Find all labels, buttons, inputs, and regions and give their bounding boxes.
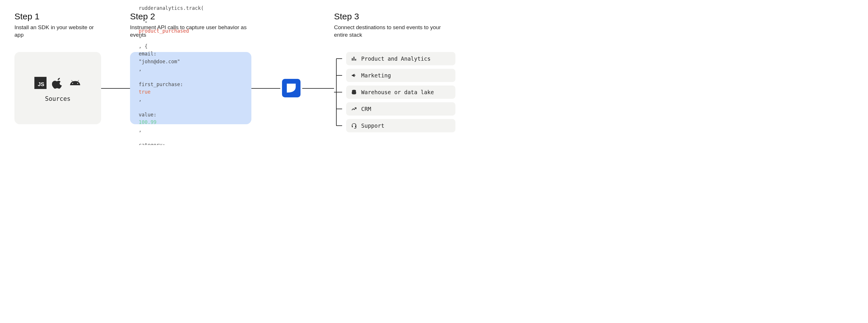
destination-item-support: Support <box>346 119 455 132</box>
step3-desc: Connect destinations to send events to y… <box>334 24 455 38</box>
code-line1: rudderanalytics.track( <box>139 4 243 12</box>
code-string: product_purchased <box>139 27 243 35</box>
code-value-val: 100.99 <box>139 119 243 126</box>
apple-icon <box>52 77 64 89</box>
destination-label: Warehouse or data lake <box>361 89 434 95</box>
destination-label: Support <box>361 123 384 129</box>
connector-1 <box>101 52 130 133</box>
trend-icon <box>351 106 357 112</box>
code-cat-key: category: <box>139 141 243 145</box>
code-first-key: first_purchase: <box>139 80 243 88</box>
sources-label: Sources <box>45 95 71 102</box>
step3-title: Step 3 <box>334 11 455 21</box>
connector-2-right <box>302 52 334 133</box>
destination-label: Product and Analytics <box>361 56 431 62</box>
step2-column: Step 2 Instrument API calls to capture u… <box>130 11 251 133</box>
step1-header: Step 1 Install an SDK in your website or… <box>14 11 101 43</box>
step3-column: Step 3 Connect destinations to send even… <box>334 11 455 133</box>
destinations-wrap: Product and Analytics Marketing Warehous… <box>334 52 455 133</box>
headset-icon <box>351 123 357 129</box>
destination-label: CRM <box>361 106 371 112</box>
destination-tree-lines <box>334 52 342 133</box>
code-email-val: "john@doe.com" <box>139 58 243 65</box>
destination-item-analytics: Product and Analytics <box>346 52 455 65</box>
svg-rect-9 <box>352 58 353 60</box>
javascript-icon: JS <box>34 77 46 89</box>
destination-list: Product and Analytics Marketing Warehous… <box>346 52 455 133</box>
chart-icon <box>351 56 357 62</box>
destination-item-marketing: Marketing <box>346 69 455 82</box>
destination-item-warehouse: Warehouse or data lake <box>346 86 455 99</box>
step1-title: Step 1 <box>14 11 101 21</box>
diagram-row: Step 1 Install an SDK in your website or… <box>14 11 854 133</box>
destination-item-crm: CRM <box>346 102 455 116</box>
rudderstack-icon <box>282 79 301 97</box>
svg-rect-11 <box>355 59 356 61</box>
code-obj-open: , { <box>139 42 243 50</box>
step1-desc: Install an SDK in your website or app <box>14 24 101 38</box>
connector-2-left <box>251 52 280 133</box>
sources-icons: JS <box>34 77 81 89</box>
rudderstack-badge-col <box>280 52 302 124</box>
megaphone-icon <box>351 72 357 78</box>
android-icon <box>69 77 81 89</box>
destination-label: Marketing <box>361 72 391 78</box>
code-card: rudderanalytics.track( "product_purchase… <box>130 52 251 124</box>
svg-text:JS: JS <box>38 81 44 87</box>
sources-card: JS Sources <box>14 52 101 124</box>
code-email-key: email: <box>139 50 243 58</box>
code-value-key: value: <box>139 111 243 119</box>
svg-rect-10 <box>353 57 354 60</box>
code-first-val: true <box>139 88 243 96</box>
database-icon <box>351 89 357 95</box>
step3-header: Step 3 Connect destinations to send even… <box>334 11 455 43</box>
step1-column: Step 1 Install an SDK in your website or… <box>14 11 101 133</box>
